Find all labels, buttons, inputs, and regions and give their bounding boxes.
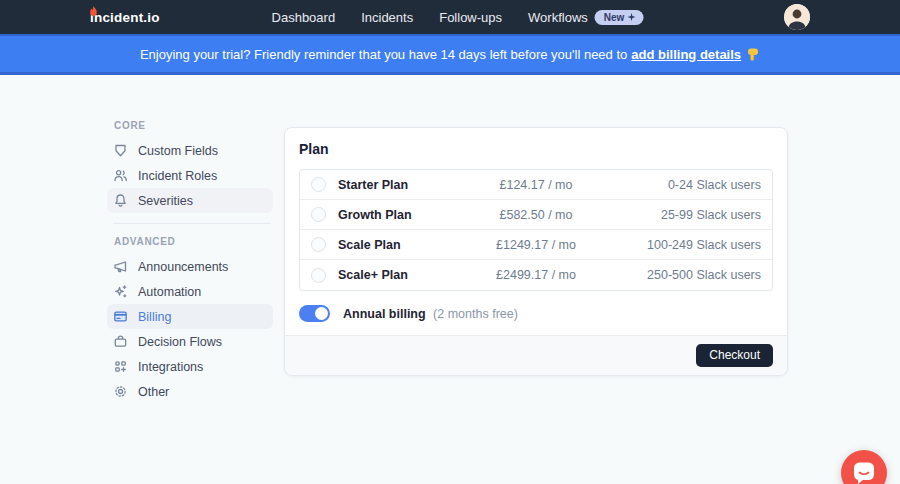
bell-icon	[113, 193, 128, 208]
credit-card-icon	[113, 309, 128, 324]
nav-item-workflows[interactable]: Workflows New	[528, 10, 643, 25]
checkout-button[interactable]: Checkout	[696, 344, 773, 367]
sidebar-item-label: Integrations	[138, 360, 203, 374]
sidebar-item-announcements[interactable]: Announcements	[107, 254, 273, 279]
sidebar-item-incident-roles[interactable]: Incident Roles	[107, 163, 273, 188]
incident-io-logo[interactable]: incident.io	[90, 10, 160, 25]
section-label-core: Core	[107, 120, 273, 138]
annual-billing-note: (2 months free)	[430, 307, 518, 321]
nav-item-follow-ups[interactable]: Follow-ups	[439, 10, 502, 25]
pointing-down-emoji	[746, 47, 760, 61]
card-footer: Checkout	[285, 335, 787, 375]
plan-name: Scale+ Plan	[338, 268, 408, 282]
radio-button[interactable]	[311, 207, 326, 222]
avatar-photo	[784, 4, 810, 30]
flame-icon	[89, 3, 98, 21]
user-avatar[interactable]	[784, 4, 810, 30]
plan-user-range: 25-99 Slack users	[611, 208, 761, 222]
sidebar-item-label: Decision Flows	[138, 335, 222, 349]
top-navbar: incident.io Dashboard Incidents Follow-u…	[0, 0, 900, 34]
annual-billing-row: Annual billing (2 months free)	[299, 305, 773, 322]
plan-name: Scale Plan	[338, 238, 401, 252]
toggle-knob	[315, 307, 328, 320]
radio-button[interactable]	[311, 237, 326, 252]
plan-card: Plan Starter Plan £124.17 / mo 0-24 Slac…	[284, 127, 788, 376]
nav-item-incidents[interactable]: Incidents	[361, 10, 413, 25]
sidebar-item-custom-fields[interactable]: Custom Fields	[107, 138, 273, 163]
sidebar-item-label: Incident Roles	[138, 169, 217, 183]
trial-banner-text: Enjoying your trial? Friendly reminder t…	[140, 47, 627, 62]
sidebar-item-integrations[interactable]: Integrations	[107, 354, 273, 379]
radio-button[interactable]	[311, 177, 326, 192]
sidebar-item-other[interactable]: Other	[107, 379, 273, 404]
grid-plus-icon	[113, 359, 128, 374]
plan-name: Growth Plan	[338, 208, 412, 222]
plan-row-growth[interactable]: Growth Plan £582.50 / mo 25-99 Slack use…	[300, 200, 772, 230]
briefcase-icon	[113, 334, 128, 349]
logo-text: incident.io	[90, 10, 160, 25]
sidebar-item-automation[interactable]: Automation	[107, 279, 273, 304]
plan-price: £2499.17 / mo	[461, 268, 611, 282]
sidebar-divider	[113, 223, 271, 224]
nav-item-dashboard[interactable]: Dashboard	[272, 10, 336, 25]
sparkle-icon	[627, 13, 635, 21]
tag-icon	[113, 143, 128, 158]
section-label-advanced: Advanced	[107, 236, 273, 254]
users-icon	[113, 168, 128, 183]
sidebar-item-label: Billing	[138, 310, 171, 324]
megaphone-icon	[113, 259, 128, 274]
sidebar-item-label: Custom Fields	[138, 144, 218, 158]
sidebar-item-label: Other	[138, 385, 169, 399]
add-billing-details-link[interactable]: add billing details	[631, 47, 741, 62]
plan-user-range: 250-500 Slack users	[611, 268, 761, 282]
settings-sidebar: Core Custom Fields Incident Roles Severi…	[107, 120, 273, 404]
trial-banner: Enjoying your trial? Friendly reminder t…	[0, 34, 900, 75]
plan-price: £582.50 / mo	[461, 208, 611, 222]
sidebar-item-label: Severities	[138, 194, 193, 208]
gear-icon	[113, 384, 128, 399]
plan-list: Starter Plan £124.17 / mo 0-24 Slack use…	[299, 169, 773, 291]
plan-row-starter[interactable]: Starter Plan £124.17 / mo 0-24 Slack use…	[300, 170, 772, 200]
sidebar-item-decision-flows[interactable]: Decision Flows	[107, 329, 273, 354]
annual-billing-label: Annual billing (2 months free)	[343, 307, 518, 321]
plan-row-scale[interactable]: Scale Plan £1249.17 / mo 100-249 Slack u…	[300, 230, 772, 260]
annual-billing-toggle[interactable]	[299, 305, 330, 322]
chat-bubble-icon	[852, 461, 876, 484]
plan-price: £1249.17 / mo	[461, 238, 611, 252]
nav-menu: Dashboard Incidents Follow-ups Workflows…	[272, 0, 644, 34]
plan-user-range: 0-24 Slack users	[611, 178, 761, 192]
plan-name: Starter Plan	[338, 178, 408, 192]
sidebar-item-label: Automation	[138, 285, 201, 299]
page-title: Plan	[299, 141, 773, 157]
plan-price: £124.17 / mo	[461, 178, 611, 192]
sidebar-item-label: Announcements	[138, 260, 228, 274]
chat-launcher-button[interactable]	[841, 450, 887, 484]
sparkles-icon	[113, 284, 128, 299]
plan-row-scale-plus[interactable]: Scale+ Plan £2499.17 / mo 250-500 Slack …	[300, 260, 772, 290]
new-badge: New	[595, 10, 644, 25]
sidebar-item-severities[interactable]: Severities	[107, 188, 273, 213]
radio-button[interactable]	[311, 268, 326, 283]
plan-user-range: 100-249 Slack users	[611, 238, 761, 252]
sidebar-item-billing[interactable]: Billing	[107, 304, 273, 329]
